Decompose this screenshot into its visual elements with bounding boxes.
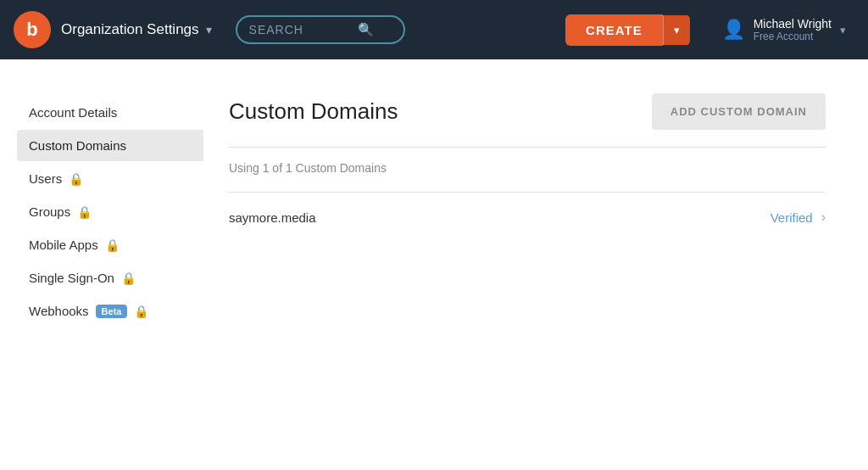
- sidebar-item-mobile-apps[interactable]: Mobile Apps 🔒: [17, 229, 203, 260]
- webhooks-lock-icon: 🔒: [134, 305, 148, 318]
- header-divider: [229, 147, 826, 148]
- sidebar-label-custom-domains: Custom Domains: [29, 138, 126, 153]
- user-menu-chevron: ▾: [840, 24, 846, 36]
- user-name: Michael Wright: [754, 17, 832, 31]
- sidebar-label-sso: Single Sign-On: [29, 271, 114, 285]
- create-dropdown-button[interactable]: ▾: [663, 15, 690, 45]
- users-lock-icon: 🔒: [69, 172, 83, 186]
- sidebar-item-single-sign-on[interactable]: Single Sign-On 🔒: [17, 262, 203, 294]
- create-dropdown-chevron: ▾: [674, 24, 680, 36]
- usage-text: Using 1 of 1 Custom Domains: [229, 161, 826, 175]
- main-header: Custom Domains ADD CUSTOM DOMAIN: [229, 93, 826, 130]
- navbar-title-chevron: ▾: [206, 23, 212, 36]
- sidebar-label-users: Users: [29, 171, 62, 186]
- navbar-title: Organization Settings: [61, 21, 199, 38]
- org-settings-dropdown[interactable]: Organization Settings ▾: [61, 21, 212, 38]
- sidebar-item-webhooks[interactable]: Webhooks Beta 🔒: [17, 295, 203, 327]
- search-icon: 🔍: [358, 22, 374, 37]
- sidebar-item-users[interactable]: Users 🔒: [17, 163, 203, 194]
- sidebar-label-webhooks: Webhooks: [29, 304, 89, 318]
- sidebar: Account Details Custom Domains Users 🔒 G…: [17, 93, 203, 436]
- groups-lock-icon: 🔒: [77, 205, 92, 219]
- domain-row[interactable]: saymore.media Verified ›: [229, 192, 826, 242]
- user-plan: Free Account: [754, 31, 832, 42]
- mobile-apps-lock-icon: 🔒: [105, 238, 120, 252]
- domain-row-chevron: ›: [821, 210, 826, 225]
- sidebar-item-custom-domains[interactable]: Custom Domains: [17, 130, 203, 161]
- user-menu[interactable]: 👤 Michael Wright Free Account ▾: [714, 12, 854, 48]
- main-content: Custom Domains ADD CUSTOM DOMAIN Using 1…: [203, 93, 851, 436]
- sidebar-label-mobile-apps: Mobile Apps: [29, 238, 98, 252]
- sso-lock-icon: 🔒: [121, 271, 136, 285]
- domain-status: Verified: [771, 210, 813, 225]
- domain-name: saymore.media: [229, 210, 316, 225]
- search-box[interactable]: 🔍: [236, 15, 405, 44]
- sidebar-label-groups: Groups: [29, 204, 70, 219]
- webhooks-beta-badge: Beta: [96, 305, 128, 318]
- sidebar-item-account-details[interactable]: Account Details: [17, 97, 203, 128]
- search-input[interactable]: [249, 23, 351, 36]
- page-title: Custom Domains: [229, 98, 398, 125]
- navbar: b Organization Settings ▾ 🔍 CREATE ▾ 👤 M…: [0, 0, 868, 59]
- user-avatar-icon: 👤: [722, 19, 745, 41]
- sidebar-item-groups[interactable]: Groups 🔒: [17, 196, 203, 227]
- add-custom-domain-button[interactable]: ADD CUSTOM DOMAIN: [652, 93, 826, 130]
- sidebar-label-account-details: Account Details: [29, 105, 117, 120]
- logo[interactable]: b: [14, 11, 51, 48]
- page-container: Account Details Custom Domains Users 🔒 G…: [0, 59, 868, 470]
- create-button-group: CREATE ▾: [565, 14, 690, 46]
- create-button[interactable]: CREATE: [565, 14, 663, 46]
